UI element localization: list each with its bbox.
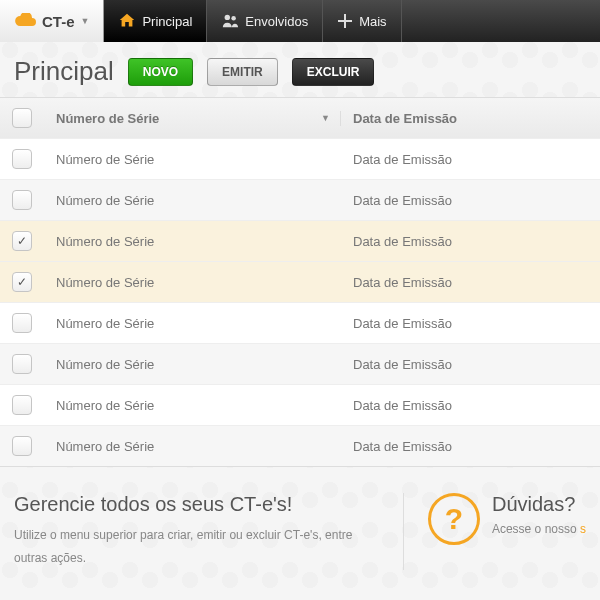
cell-serie: Número de Série bbox=[44, 234, 341, 249]
cell-serie: Número de Série bbox=[44, 316, 341, 331]
support-link[interactable]: s bbox=[580, 522, 586, 536]
table-row[interactable]: Número de SérieData de Emissão bbox=[0, 426, 600, 466]
table-row[interactable]: Número de SérieData de Emissão bbox=[0, 139, 600, 180]
table-row[interactable]: Número de SérieData de Emissão bbox=[0, 303, 600, 344]
data-grid: Número de Série ▼ Data de Emissão Número… bbox=[0, 97, 600, 467]
col-header-emissao[interactable]: Data de Emissão bbox=[341, 111, 600, 126]
novo-button[interactable]: NOVO bbox=[128, 58, 193, 86]
info-right-body: Acesse o nosso s bbox=[492, 522, 586, 536]
row-checkbox[interactable] bbox=[12, 190, 32, 210]
excluir-button[interactable]: EXCLUIR bbox=[292, 58, 375, 86]
row-checkbox[interactable] bbox=[12, 436, 32, 456]
cell-serie: Número de Série bbox=[44, 439, 341, 454]
table-row[interactable]: Número de SérieData de Emissão bbox=[0, 344, 600, 385]
info-left-body: Utilize o menu superior para criar, emit… bbox=[14, 524, 383, 570]
chevron-down-icon: ▼ bbox=[81, 16, 90, 26]
info-right-title: Dúvidas? bbox=[492, 493, 586, 516]
info-right: ? Dúvidas? Acesse o nosso s bbox=[428, 493, 586, 570]
svg-point-1 bbox=[232, 16, 237, 21]
table-row[interactable]: Número de SérieData de Emissão bbox=[0, 180, 600, 221]
table-row[interactable]: ✓Número de SérieData de Emissão bbox=[0, 262, 600, 303]
row-checkbox[interactable] bbox=[12, 395, 32, 415]
info-left-title: Gerencie todos os seus CT-e's! bbox=[14, 493, 383, 516]
row-checkbox[interactable] bbox=[12, 149, 32, 169]
cell-emissao: Data de Emissão bbox=[341, 398, 600, 413]
info-left: Gerencie todos os seus CT-e's! Utilize o… bbox=[14, 493, 404, 570]
cell-serie: Número de Série bbox=[44, 152, 341, 167]
select-all-checkbox[interactable] bbox=[12, 108, 32, 128]
cell-serie: Número de Série bbox=[44, 275, 341, 290]
nav-envolvidos[interactable]: Envolvidos bbox=[207, 0, 323, 42]
row-checkbox[interactable]: ✓ bbox=[12, 231, 32, 251]
nav-principal-label: Principal bbox=[142, 14, 192, 29]
col-header-serie[interactable]: Número de Série ▼ bbox=[44, 111, 341, 126]
cell-emissao: Data de Emissão bbox=[341, 357, 600, 372]
plus-icon bbox=[337, 13, 353, 29]
topbar: CT-e ▼ Principal Envolvidos Mais bbox=[0, 0, 600, 42]
nav-envolvidos-label: Envolvidos bbox=[245, 14, 308, 29]
row-checkbox[interactable] bbox=[12, 313, 32, 333]
row-checkbox[interactable] bbox=[12, 354, 32, 374]
cell-emissao: Data de Emissão bbox=[341, 316, 600, 331]
nav-principal[interactable]: Principal bbox=[104, 0, 207, 42]
cell-emissao: Data de Emissão bbox=[341, 152, 600, 167]
nav-mais[interactable]: Mais bbox=[323, 0, 401, 42]
cell-emissao: Data de Emissão bbox=[341, 193, 600, 208]
cell-emissao: Data de Emissão bbox=[341, 234, 600, 249]
brand-label: CT-e bbox=[42, 13, 75, 30]
emitir-button[interactable]: EMITIR bbox=[207, 58, 278, 86]
question-icon: ? bbox=[428, 493, 480, 545]
people-icon bbox=[221, 12, 239, 30]
cloud-icon bbox=[14, 13, 36, 29]
row-checkbox[interactable]: ✓ bbox=[12, 272, 32, 292]
page-title: Principal bbox=[14, 56, 114, 87]
sort-indicator-icon: ▼ bbox=[321, 113, 330, 123]
cell-serie: Número de Série bbox=[44, 357, 341, 372]
cell-serie: Número de Série bbox=[44, 193, 341, 208]
svg-point-0 bbox=[225, 15, 230, 20]
info-section: Gerencie todos os seus CT-e's! Utilize o… bbox=[14, 493, 586, 570]
table-row[interactable]: Número de SérieData de Emissão bbox=[0, 385, 600, 426]
cell-emissao: Data de Emissão bbox=[341, 275, 600, 290]
nav-mais-label: Mais bbox=[359, 14, 386, 29]
grid-header: Número de Série ▼ Data de Emissão bbox=[0, 98, 600, 139]
home-icon bbox=[118, 12, 136, 30]
brand-menu[interactable]: CT-e ▼ bbox=[0, 0, 104, 42]
cell-serie: Número de Série bbox=[44, 398, 341, 413]
cell-emissao: Data de Emissão bbox=[341, 439, 600, 454]
table-row[interactable]: ✓Número de SérieData de Emissão bbox=[0, 221, 600, 262]
titlebar: Principal NOVO EMITIR EXCLUIR bbox=[0, 42, 600, 97]
